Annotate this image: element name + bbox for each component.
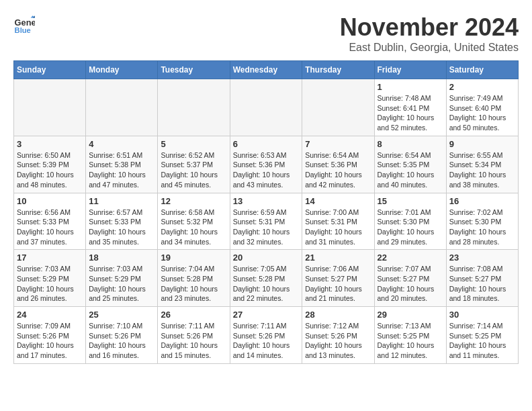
day-of-week-header: Tuesday <box>158 61 230 79</box>
day-number: 17 <box>17 253 83 263</box>
day-info: Sunrise: 6:55 AM Sunset: 5:34 PM Dayligh… <box>449 150 515 190</box>
day-info: Sunrise: 7:03 AM Sunset: 5:29 PM Dayligh… <box>89 264 154 304</box>
calendar-day-cell: 24Sunrise: 7:09 AM Sunset: 5:26 PM Dayli… <box>14 307 86 364</box>
day-of-week-header: Saturday <box>446 61 518 79</box>
calendar-day-cell: 6Sunrise: 6:53 AM Sunset: 5:36 PM Daylig… <box>230 136 302 193</box>
day-info: Sunrise: 7:11 AM Sunset: 5:26 PM Dayligh… <box>161 321 226 361</box>
day-number: 3 <box>17 139 83 149</box>
day-of-week-header: Thursday <box>302 61 374 79</box>
title-area: November 2024 East Dublin, Georgia, Unit… <box>340 13 519 54</box>
day-number: 7 <box>305 139 371 149</box>
day-info: Sunrise: 7:01 AM Sunset: 5:30 PM Dayligh… <box>378 208 443 247</box>
calendar-header-row: SundayMondayTuesdayWednesdayThursdayFrid… <box>14 61 519 79</box>
day-number: 13 <box>233 196 300 206</box>
calendar-day-cell: 21Sunrise: 7:06 AM Sunset: 5:27 PM Dayli… <box>302 250 374 307</box>
day-number: 11 <box>89 196 154 206</box>
calendar-week-row: 17Sunrise: 7:03 AM Sunset: 5:29 PM Dayli… <box>14 250 519 307</box>
day-info: Sunrise: 6:54 AM Sunset: 5:35 PM Dayligh… <box>378 150 443 190</box>
calendar-week-row: 24Sunrise: 7:09 AM Sunset: 5:26 PM Dayli… <box>14 307 519 364</box>
calendar-day-cell <box>158 79 230 136</box>
day-number: 22 <box>378 253 443 263</box>
day-info: Sunrise: 7:03 AM Sunset: 5:29 PM Dayligh… <box>17 264 83 304</box>
day-number: 6 <box>233 139 300 149</box>
calendar-day-cell <box>14 79 86 136</box>
calendar-day-cell: 10Sunrise: 6:56 AM Sunset: 5:33 PM Dayli… <box>14 193 86 250</box>
day-info: Sunrise: 7:12 AM Sunset: 5:26 PM Dayligh… <box>305 321 371 361</box>
day-number: 9 <box>449 139 515 149</box>
calendar-day-cell: 2Sunrise: 7:49 AM Sunset: 6:40 PM Daylig… <box>446 79 518 136</box>
day-number: 12 <box>161 196 226 206</box>
day-info: Sunrise: 6:53 AM Sunset: 5:36 PM Dayligh… <box>233 150 300 190</box>
calendar-day-cell: 13Sunrise: 6:59 AM Sunset: 5:31 PM Dayli… <box>230 193 302 250</box>
day-number: 25 <box>89 310 154 320</box>
day-number: 23 <box>449 253 515 263</box>
day-info: Sunrise: 7:06 AM Sunset: 5:27 PM Dayligh… <box>305 264 371 304</box>
calendar-day-cell <box>86 79 158 136</box>
day-number: 21 <box>305 253 371 263</box>
svg-text:Blue: Blue <box>15 26 31 34</box>
day-info: Sunrise: 7:14 AM Sunset: 5:25 PM Dayligh… <box>449 321 515 361</box>
calendar-day-cell: 28Sunrise: 7:12 AM Sunset: 5:26 PM Dayli… <box>302 307 374 364</box>
day-info: Sunrise: 7:08 AM Sunset: 5:27 PM Dayligh… <box>449 264 515 304</box>
day-number: 14 <box>305 196 371 206</box>
logo-icon: General Blue <box>13 13 35 35</box>
day-number: 27 <box>233 310 300 320</box>
day-info: Sunrise: 6:50 AM Sunset: 5:39 PM Dayligh… <box>17 150 83 190</box>
day-info: Sunrise: 7:05 AM Sunset: 5:28 PM Dayligh… <box>233 264 300 304</box>
day-info: Sunrise: 6:51 AM Sunset: 5:38 PM Dayligh… <box>89 150 154 190</box>
calendar-day-cell <box>230 79 302 136</box>
day-number: 19 <box>161 253 226 263</box>
day-info: Sunrise: 7:07 AM Sunset: 5:27 PM Dayligh… <box>378 264 443 304</box>
day-info: Sunrise: 6:54 AM Sunset: 5:36 PM Dayligh… <box>305 150 371 190</box>
calendar-day-cell: 30Sunrise: 7:14 AM Sunset: 5:25 PM Dayli… <box>446 307 518 364</box>
day-info: Sunrise: 7:00 AM Sunset: 5:31 PM Dayligh… <box>305 208 371 247</box>
day-number: 10 <box>17 196 83 206</box>
calendar-day-cell: 20Sunrise: 7:05 AM Sunset: 5:28 PM Dayli… <box>230 250 302 307</box>
calendar-day-cell: 12Sunrise: 6:58 AM Sunset: 5:32 PM Dayli… <box>158 193 230 250</box>
day-number: 20 <box>233 253 300 263</box>
day-info: Sunrise: 7:49 AM Sunset: 6:40 PM Dayligh… <box>449 93 515 133</box>
logo: General Blue <box>13 13 35 35</box>
day-info: Sunrise: 7:02 AM Sunset: 5:30 PM Dayligh… <box>449 208 515 247</box>
day-info: Sunrise: 7:48 AM Sunset: 6:41 PM Dayligh… <box>378 93 443 133</box>
day-number: 26 <box>161 310 226 320</box>
calendar-day-cell: 25Sunrise: 7:10 AM Sunset: 5:26 PM Dayli… <box>86 307 158 364</box>
calendar-day-cell <box>302 79 374 136</box>
calendar-week-row: 10Sunrise: 6:56 AM Sunset: 5:33 PM Dayli… <box>14 193 519 250</box>
day-number: 29 <box>378 310 443 320</box>
day-number: 2 <box>449 82 515 92</box>
day-info: Sunrise: 6:56 AM Sunset: 5:33 PM Dayligh… <box>17 208 83 247</box>
calendar-week-row: 1Sunrise: 7:48 AM Sunset: 6:41 PM Daylig… <box>14 79 519 136</box>
calendar-day-cell: 27Sunrise: 7:11 AM Sunset: 5:26 PM Dayli… <box>230 307 302 364</box>
calendar-day-cell: 26Sunrise: 7:11 AM Sunset: 5:26 PM Dayli… <box>158 307 230 364</box>
calendar-day-cell: 17Sunrise: 7:03 AM Sunset: 5:29 PM Dayli… <box>14 250 86 307</box>
day-of-week-header: Wednesday <box>230 61 302 79</box>
day-number: 18 <box>89 253 154 263</box>
calendar-day-cell: 22Sunrise: 7:07 AM Sunset: 5:27 PM Dayli… <box>374 250 446 307</box>
day-info: Sunrise: 7:10 AM Sunset: 5:26 PM Dayligh… <box>89 321 154 361</box>
calendar-day-cell: 7Sunrise: 6:54 AM Sunset: 5:36 PM Daylig… <box>302 136 374 193</box>
day-info: Sunrise: 6:57 AM Sunset: 5:33 PM Dayligh… <box>89 208 154 247</box>
calendar-table: SundayMondayTuesdayWednesdayThursdayFrid… <box>13 60 519 364</box>
day-number: 1 <box>378 82 443 92</box>
day-info: Sunrise: 7:04 AM Sunset: 5:28 PM Dayligh… <box>161 264 226 304</box>
calendar-day-cell: 3Sunrise: 6:50 AM Sunset: 5:39 PM Daylig… <box>14 136 86 193</box>
day-of-week-header: Sunday <box>14 61 86 79</box>
location-title: East Dublin, Georgia, United States <box>340 42 519 54</box>
calendar-day-cell: 15Sunrise: 7:01 AM Sunset: 5:30 PM Dayli… <box>374 193 446 250</box>
calendar-day-cell: 1Sunrise: 7:48 AM Sunset: 6:41 PM Daylig… <box>374 79 446 136</box>
month-title: November 2024 <box>340 13 519 42</box>
day-info: Sunrise: 6:58 AM Sunset: 5:32 PM Dayligh… <box>161 208 226 247</box>
calendar-day-cell: 4Sunrise: 6:51 AM Sunset: 5:38 PM Daylig… <box>86 136 158 193</box>
calendar-day-cell: 8Sunrise: 6:54 AM Sunset: 5:35 PM Daylig… <box>374 136 446 193</box>
calendar-day-cell: 9Sunrise: 6:55 AM Sunset: 5:34 PM Daylig… <box>446 136 518 193</box>
day-of-week-header: Monday <box>86 61 158 79</box>
day-number: 16 <box>449 196 515 206</box>
calendar-day-cell: 19Sunrise: 7:04 AM Sunset: 5:28 PM Dayli… <box>158 250 230 307</box>
day-info: Sunrise: 6:59 AM Sunset: 5:31 PM Dayligh… <box>233 208 300 247</box>
day-number: 28 <box>305 310 371 320</box>
calendar-day-cell: 5Sunrise: 6:52 AM Sunset: 5:37 PM Daylig… <box>158 136 230 193</box>
day-number: 8 <box>378 139 443 149</box>
calendar-day-cell: 14Sunrise: 7:00 AM Sunset: 5:31 PM Dayli… <box>302 193 374 250</box>
header: General Blue November 2024 East Dublin, … <box>13 13 519 54</box>
